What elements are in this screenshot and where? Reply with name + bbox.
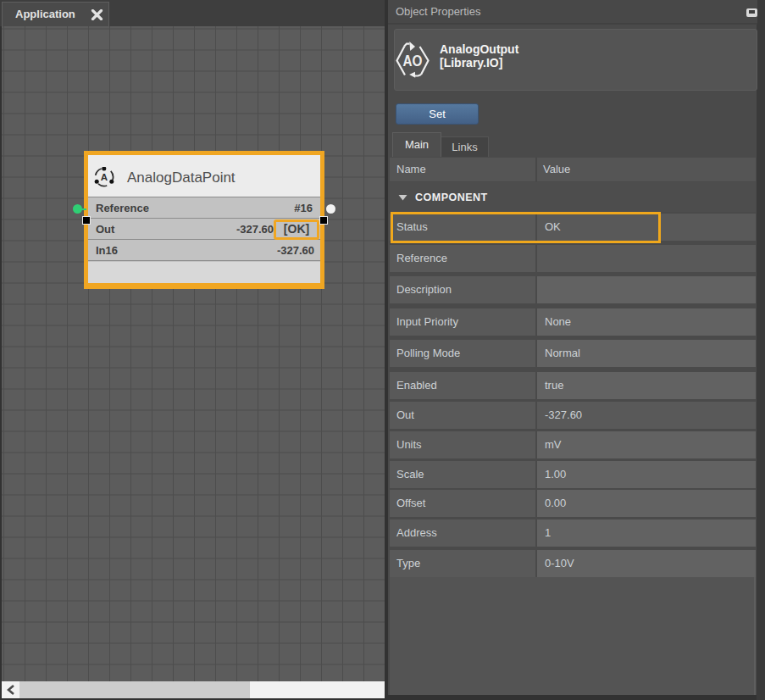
svg-text:A: A (101, 172, 108, 182)
svg-text:AO: AO (403, 52, 423, 69)
